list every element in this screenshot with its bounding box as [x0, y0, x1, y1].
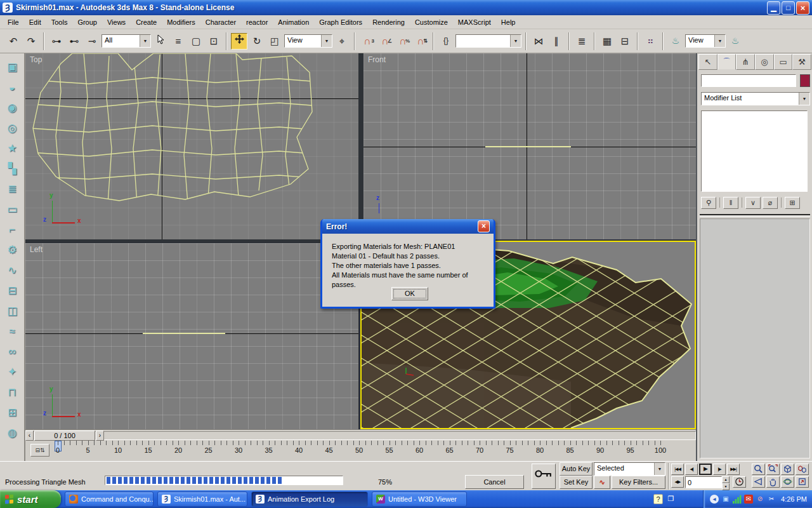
- maximize-button[interactable]: □: [782, 1, 795, 15]
- min-max-toggle-button[interactable]: [796, 476, 809, 488]
- remove-modifier-button[interactable]: ⌀: [763, 197, 778, 209]
- viewport-top[interactable]: Top: [25, 53, 358, 239]
- hidden-window-icon[interactable]: ❐: [666, 494, 676, 504]
- select-object-button[interactable]: [152, 33, 169, 50]
- close-button[interactable]: ×: [796, 1, 809, 15]
- default-tangent-button[interactable]: ∿: [594, 476, 610, 489]
- angular-dashpot-icon[interactable]: ⌐: [3, 221, 21, 239]
- taskbar-item-w3d-viewer[interactable]: W Untitled - W3D Viewer: [372, 491, 467, 507]
- modifier-stack-list[interactable]: [701, 110, 808, 192]
- goto-start-button[interactable]: |◀◀: [671, 464, 684, 475]
- object-color-swatch[interactable]: [800, 74, 810, 87]
- preview-animation-icon[interactable]: ◍: [3, 424, 21, 442]
- quick-render-button[interactable]: ♨: [727, 33, 743, 50]
- tab-create[interactable]: ↖: [698, 54, 717, 70]
- set-keys-button[interactable]: [532, 464, 556, 489]
- chevron-down-icon[interactable]: ▼: [510, 35, 521, 47]
- spinner-snap-button[interactable]: ∩⇅: [412, 33, 429, 50]
- zoom-extents-all-button[interactable]: [796, 464, 809, 475]
- viewport-front[interactable]: Front z: [363, 53, 696, 239]
- rigid-body-collection-icon[interactable]: ▣: [3, 58, 21, 76]
- field-of-view-button[interactable]: [752, 476, 765, 488]
- error-dialog-title-bar[interactable]: Error! ×: [322, 219, 494, 234]
- reference-coordinate-dropdown[interactable]: View ▼: [284, 34, 332, 48]
- tab-modify[interactable]: ⌒: [717, 54, 737, 70]
- menu-customize[interactable]: Customize: [410, 17, 453, 28]
- zoom-button[interactable]: [752, 464, 765, 475]
- network-icon[interactable]: ▣: [721, 495, 730, 504]
- minimize-button[interactable]: ▁: [767, 1, 780, 15]
- curve-editor-button[interactable]: ▦: [599, 33, 615, 50]
- set-key-button[interactable]: Set Key: [560, 476, 593, 489]
- chevron-down-icon[interactable]: ▼: [799, 93, 809, 105]
- snap-toggle-3d-button[interactable]: ∩3: [359, 33, 376, 50]
- window-crossing-toggle[interactable]: ⊡: [206, 33, 222, 50]
- time-slider-next-button[interactable]: ›: [96, 431, 104, 441]
- water-icon[interactable]: ≈: [3, 323, 21, 340]
- menu-character[interactable]: Character: [200, 17, 241, 28]
- pan-button[interactable]: [766, 476, 780, 488]
- start-button[interactable]: start: [0, 490, 61, 508]
- percent-snap-button[interactable]: ∩%: [395, 33, 411, 50]
- menu-animation[interactable]: Animation: [273, 17, 314, 28]
- arc-rotate-button[interactable]: [781, 476, 794, 488]
- zoom-all-button[interactable]: [766, 464, 780, 475]
- key-selection-dropdown[interactable]: Selected ▼: [594, 462, 665, 476]
- menu-edit[interactable]: Edit: [24, 17, 46, 28]
- mirror-button[interactable]: ⋈: [530, 33, 547, 50]
- render-type-dropdown[interactable]: View ▼: [685, 34, 726, 48]
- render-scene-button[interactable]: ♨: [667, 33, 684, 50]
- menu-views[interactable]: Views: [102, 17, 131, 28]
- chevron-down-icon[interactable]: ▼: [714, 35, 725, 47]
- undo-button[interactable]: ↶: [5, 33, 22, 50]
- help-tray-icon[interactable]: ?: [653, 494, 663, 504]
- plane-icon[interactable]: ▚: [3, 160, 21, 178]
- error-dialog-close-button[interactable]: ×: [478, 220, 490, 232]
- linear-dashpot-icon[interactable]: ▭: [3, 201, 21, 218]
- error-dialog-ok-button[interactable]: OK: [391, 287, 428, 300]
- blocked-icon[interactable]: ⊘: [756, 495, 764, 504]
- unlink-selection-button[interactable]: ⊷: [66, 33, 82, 50]
- ragdoll-icon[interactable]: ✦: [3, 363, 21, 381]
- tab-motion[interactable]: ◎: [755, 54, 774, 70]
- select-and-manipulate-button[interactable]: ⌖: [334, 33, 350, 50]
- rectangular-selection-region-button[interactable]: ▢: [188, 33, 204, 50]
- bind-to-space-warp-button[interactable]: ⊸: [84, 33, 100, 50]
- pin-stack-button[interactable]: ⚲: [701, 197, 716, 209]
- chevron-down-icon[interactable]: ▼: [140, 35, 150, 47]
- redo-button[interactable]: ↷: [23, 33, 39, 50]
- menu-help[interactable]: Help: [496, 17, 521, 28]
- taskbar-item-command-and-conquer[interactable]: Command and Conqu...: [65, 491, 154, 507]
- show-end-result-button[interactable]: ‖: [723, 197, 738, 209]
- menu-graph-editors[interactable]: Graph Editors: [314, 17, 367, 28]
- make-unique-button[interactable]: ∨: [745, 197, 761, 209]
- zoom-extents-button[interactable]: [781, 464, 794, 475]
- frame-spinner[interactable]: ▲ ▼: [722, 476, 730, 488]
- deforming-mesh-collection-icon[interactable]: ★: [3, 140, 21, 157]
- menu-rendering[interactable]: Rendering: [367, 17, 410, 28]
- select-and-scale-button[interactable]: ◰: [266, 33, 283, 50]
- toy-car-icon[interactable]: ⊟: [3, 282, 21, 300]
- signal-strength-icon[interactable]: [733, 495, 742, 504]
- tab-display[interactable]: ▭: [774, 54, 793, 70]
- chevron-down-icon[interactable]: ▼: [654, 463, 665, 475]
- menu-create[interactable]: Create: [131, 17, 162, 28]
- auto-key-button[interactable]: Auto Key: [560, 462, 593, 476]
- time-configuration-button[interactable]: [733, 476, 746, 488]
- time-slider-prev-button[interactable]: ‹: [25, 431, 34, 441]
- named-selection-dropdown[interactable]: ▼: [455, 34, 521, 48]
- hinge-icon[interactable]: ⊓: [3, 384, 21, 401]
- chevron-down-icon[interactable]: ▼: [321, 35, 332, 47]
- layer-manager-button[interactable]: ≣: [573, 33, 590, 50]
- menu-file[interactable]: File: [3, 17, 24, 28]
- tab-hierarchy[interactable]: ⋔: [736, 54, 755, 70]
- menu-maxscript[interactable]: MAXScript: [453, 17, 496, 28]
- play-button[interactable]: ▶: [699, 464, 712, 475]
- motor-icon[interactable]: ⚙: [3, 241, 21, 259]
- track-bar[interactable]: ⊟⇅ 0510152025303540455055606570758085909…: [25, 441, 696, 461]
- time-slider-track[interactable]: [25, 431, 696, 440]
- material-editor-button[interactable]: ⠶: [642, 33, 658, 50]
- menu-group[interactable]: Group: [72, 17, 102, 28]
- tab-utilities[interactable]: ⚒: [792, 54, 811, 70]
- clip-tool-icon[interactable]: ✂: [767, 495, 776, 504]
